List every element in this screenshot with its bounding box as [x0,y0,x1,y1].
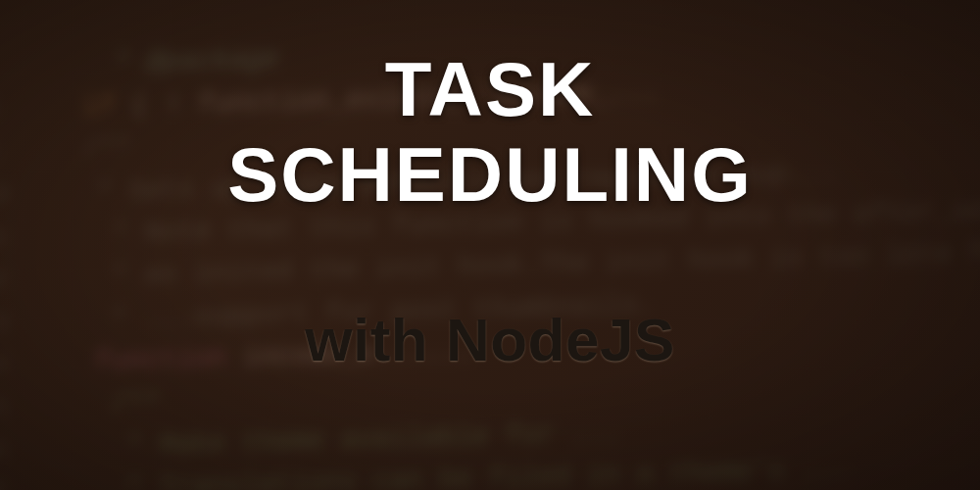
title-line-1: TASK [227,47,753,132]
subtitle: with NodeJS [305,305,675,374]
hero-banner: * @package 8 if ( ! function_exists( 'in… [0,0,980,490]
title-line-2: SCHEDULING [227,132,753,218]
title-container: TASK SCHEDULING with NodeJS [0,0,980,490]
main-title: TASK SCHEDULING [227,47,753,219]
